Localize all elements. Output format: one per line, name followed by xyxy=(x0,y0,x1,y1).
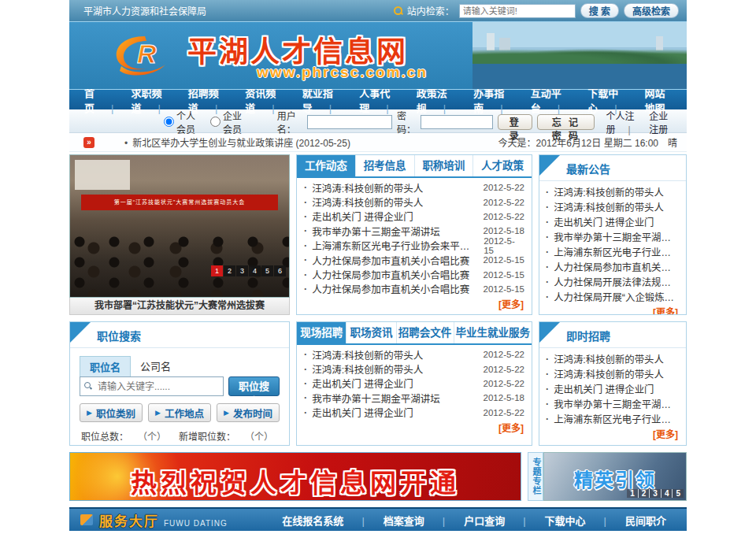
notice-item[interactable]: ·走出机关门 进得企业门 xyxy=(546,381,680,396)
job-keyword-input[interactable] xyxy=(80,376,224,396)
notice-item[interactable]: ·人力社保局开展“入企锻炼提素质” xyxy=(546,289,680,304)
filter-location-button[interactable]: ▶工作地点 xyxy=(148,403,211,422)
notice-text[interactable]: 我市举办第十三期金平湖讲坛 xyxy=(554,230,680,244)
footer-link-download[interactable]: 下载中心 xyxy=(536,513,616,528)
notice-text[interactable]: 人力社保局开展法律法规巡回培训 xyxy=(554,275,680,289)
notice-text[interactable]: 汪鸿涛:科技创新的带头人 xyxy=(554,352,664,366)
news-photo[interactable]: 第一届“江苏技能状元”大赛常州选拔赛动员大会 1 2 3 4 5 6 xyxy=(69,154,290,298)
photo-page-4[interactable]: 4 xyxy=(249,265,261,276)
notice-item[interactable]: ·人力社保局参加市直机关小合唱比赛 xyxy=(546,259,680,274)
notice-item[interactable]: ·我市举办第十三期金平湖讲坛 xyxy=(546,396,680,411)
notice-item[interactable]: ·汪鸿涛:科技创新的带头人 xyxy=(546,184,680,199)
job-search-button[interactable]: 职位搜索 xyxy=(228,376,280,396)
photo-caption[interactable]: 我市部署“江苏技能状元”大赛常州选拔赛 xyxy=(69,298,290,315)
nav-item-home[interactable]: 首页 xyxy=(76,85,122,115)
news-item[interactable]: ·汪鸿涛:科技创新的带头人2012-5-22 xyxy=(304,347,524,362)
advanced-search-button[interactable]: 高级检索 xyxy=(624,3,679,18)
nav-item-policy[interactable]: 政策法规 xyxy=(408,85,465,115)
news-item[interactable]: ·人力社保局参加市直机关小合唱比赛2012-5-15 xyxy=(304,282,524,296)
news-item[interactable]: ·走出机关门 进得企业门2012-5-22 xyxy=(304,210,524,224)
notice-item[interactable]: ·人力社保局开展法律法规巡回培训 xyxy=(546,274,680,289)
login-button[interactable]: 登 录 xyxy=(498,114,532,130)
news-title[interactable]: 走出机关门 进得企业门 xyxy=(312,209,413,224)
news-title[interactable]: 人力社保局参加市直机关小合唱比赛 xyxy=(312,253,469,268)
site-search-input[interactable] xyxy=(459,4,576,18)
news-title[interactable]: 人力社保局参加市直机关小合唱比赛 xyxy=(312,281,469,296)
notice-text[interactable]: 上海浦东新区光电子行业协会来平考 xyxy=(554,245,680,259)
username-field[interactable] xyxy=(307,115,392,129)
news-title[interactable]: 汪鸿涛:科技创新的带头人 xyxy=(312,195,423,210)
photo-page-6[interactable]: 6 xyxy=(274,265,286,276)
news-title[interactable]: 走出机关门 进得企业门 xyxy=(312,405,413,420)
tab-jobfair-files[interactable]: 招聘会文件 xyxy=(396,322,454,343)
notice-item[interactable]: ·我市举办第十三期金平湖讲坛 xyxy=(546,229,680,244)
tab-work-news[interactable]: 工作动态 xyxy=(297,155,355,176)
elite-page-3[interactable]: 3 xyxy=(650,489,662,498)
password-field[interactable] xyxy=(421,115,493,129)
tab-exam-info[interactable]: 招考信息 xyxy=(355,155,414,176)
news-item[interactable]: ·汪鸿涛:科技创新的带头人2012-5-22 xyxy=(304,195,524,209)
photo-page-1[interactable]: 1 xyxy=(211,265,223,276)
news-title[interactable]: 走出机关门 进得企业门 xyxy=(312,376,413,391)
notice-item[interactable]: ·汪鸿涛:科技创新的带头人 xyxy=(546,199,680,214)
news-title[interactable]: 人力社保局参加市直机关小合唱比赛 xyxy=(312,267,469,282)
notice-text[interactable]: 汪鸿涛:科技创新的带头人 xyxy=(554,367,664,381)
news-item[interactable]: ·汪鸿涛:科技创新的带头人2012-5-22 xyxy=(304,180,524,195)
tab-talent-policy[interactable]: 人才政策 xyxy=(472,155,532,176)
news-title[interactable]: 汪鸿涛:科技创新的带头人 xyxy=(312,180,423,195)
notice-item[interactable]: ·汪鸿涛:科技创新的带头人 xyxy=(546,351,680,366)
notice-text[interactable]: 汪鸿涛:科技创新的带头人 xyxy=(554,200,664,214)
tab-onsite-recruit[interactable]: 现场招聘 xyxy=(297,322,346,343)
nav-item-interactive[interactable]: 互动平台 xyxy=(522,85,579,115)
company-register-link[interactable]: 企业注册 xyxy=(643,109,677,135)
notice-item[interactable]: ·汪鸿涛:科技创新的带头人 xyxy=(546,366,680,381)
news-item[interactable]: ·汪鸿涛:科技创新的带头人2012-5-22 xyxy=(304,362,524,376)
news-item[interactable]: ·人力社保局参加市直机关小合唱比赛2012-5-15 xyxy=(304,253,524,267)
tab-workplace-info[interactable]: 职场资讯 xyxy=(346,322,395,343)
photo-page-2[interactable]: 2 xyxy=(224,265,235,276)
tab-company-name[interactable]: 公司名 xyxy=(131,356,180,376)
news-item[interactable]: ·走出机关门 进得企业门2012-5-22 xyxy=(304,376,524,391)
news-item[interactable]: ·我市举办第十三期金平湖讲坛2012-5-18 xyxy=(304,391,524,405)
elite-page-4[interactable]: 4 xyxy=(662,489,673,498)
news-title[interactable]: 上海浦东新区光电子行业协会来平考察 xyxy=(312,238,477,253)
personal-member-radio[interactable]: 个人会员 xyxy=(164,109,198,135)
news-item[interactable]: ·人力社保局参加市直机关小合唱比赛2012-5-15 xyxy=(304,267,524,281)
tab-title-training[interactable]: 职称培训 xyxy=(414,155,473,176)
forgot-password-button[interactable]: 忘 记 密 码 xyxy=(537,114,595,130)
elite-page-5[interactable]: 5 xyxy=(673,489,684,498)
footer-link-archive-query[interactable]: 档案查询 xyxy=(374,513,454,528)
filter-category-button[interactable]: ▶职位类别 xyxy=(80,403,143,422)
news-item[interactable]: ·上海浦东新区光电子行业协会来平考察2012-5-15 xyxy=(304,239,524,253)
notice-item[interactable]: ·走出机关门 进得企业门 xyxy=(546,214,680,229)
news-title[interactable]: 汪鸿涛:科技创新的带头人 xyxy=(312,362,423,376)
notice-text[interactable]: 走出机关门 进得企业门 xyxy=(554,215,654,229)
footer-link-online-signup[interactable]: 在线报名系统 xyxy=(272,513,373,528)
search-button[interactable]: 搜 索 xyxy=(580,3,619,18)
special-column-strip[interactable]: 专题专栏 xyxy=(528,452,543,501)
notice-text[interactable]: 汪鸿涛:科技创新的带头人 xyxy=(554,185,664,199)
elite-photo[interactable]: 精英引领 1 2 3 4 5 xyxy=(543,452,687,501)
elite-page-2[interactable]: 2 xyxy=(639,489,650,498)
nav-item-service-guide[interactable]: 办事指南 xyxy=(465,85,521,115)
personal-register-link[interactable]: 个人注册 xyxy=(599,109,643,135)
photo-page-5[interactable]: 5 xyxy=(261,265,273,276)
notice-text[interactable]: 上海浦东新区光电子行业协会来平考 xyxy=(554,412,680,426)
tab-position-name[interactable]: 职位名 xyxy=(80,356,131,376)
filter-date-button[interactable]: ▶发布时间 xyxy=(217,403,280,422)
more-link[interactable]: [更多] xyxy=(498,299,524,310)
news-item[interactable]: ·走出机关门 进得企业门2012-5-22 xyxy=(304,406,524,420)
notice-item[interactable]: ·上海浦东新区光电子行业协会来平考 xyxy=(546,411,680,426)
notice-text[interactable]: 人力社保局参加市直机关小合唱比赛 xyxy=(554,260,680,274)
elite-page-1[interactable]: 1 xyxy=(627,489,639,498)
news-title[interactable]: 我市举办第十三期金平湖讲坛 xyxy=(312,224,440,239)
celebration-banner[interactable]: 热烈祝贺人才信息网开通 xyxy=(69,452,521,501)
company-member-radio[interactable]: 企业会员 xyxy=(210,109,244,135)
notice-text[interactable]: 走出机关门 进得企业门 xyxy=(554,382,654,396)
news-title[interactable]: 汪鸿涛:科技创新的带头人 xyxy=(312,347,423,362)
ticker-news-link[interactable]: 新北区举办大学生创业与就业政策讲座 (2012-05-25) xyxy=(124,135,350,149)
notice-item[interactable]: ·上海浦东新区光电子行业协会来平考 xyxy=(546,244,680,259)
notice-text[interactable]: 我市举办第十三期金平湖讲坛 xyxy=(554,397,680,411)
tab-graduate-service[interactable]: 毕业生就业服务 xyxy=(454,322,532,343)
notice-text[interactable]: 人力社保局开展“入企锻炼提素质” xyxy=(554,290,680,304)
